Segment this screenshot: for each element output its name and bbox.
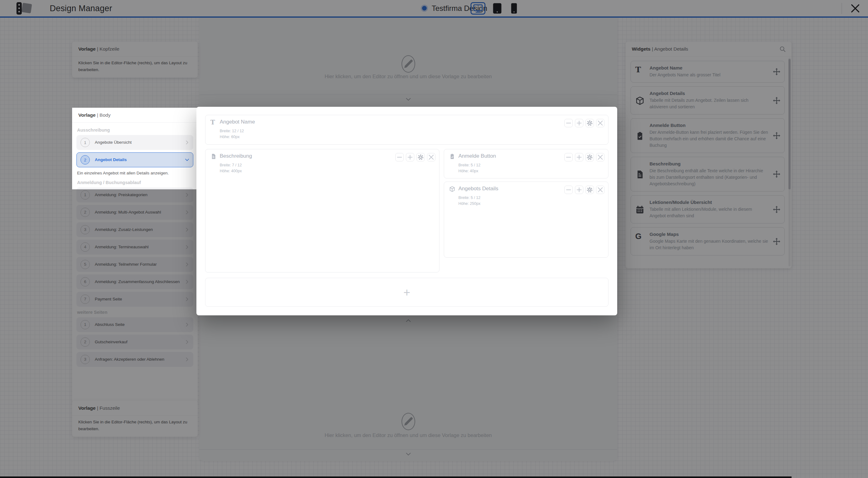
widget-controls bbox=[564, 185, 604, 194]
plus-icon: + bbox=[403, 286, 410, 298]
widget-width-meta: Breite: 5 / 12 bbox=[458, 163, 480, 167]
shrink-button[interactable] bbox=[564, 185, 573, 194]
chevron-down-icon bbox=[184, 157, 190, 163]
settings-button[interactable] bbox=[586, 119, 594, 127]
remove-button[interactable] bbox=[427, 153, 435, 161]
widget-title: Beschreibung bbox=[220, 153, 252, 159]
settings-button[interactable] bbox=[416, 153, 425, 161]
design-manager-app: Hier klicken, um den Editor zu öffnen un… bbox=[0, 0, 868, 478]
sidebar-item-angebot-details[interactable]: 2Angebot Details bbox=[76, 152, 193, 167]
layout-widget-beschreibung[interactable]: BeschreibungBreite: 7 / 12Höhe: 400px bbox=[205, 149, 439, 273]
dim-overlay bbox=[72, 189, 198, 478]
grow-button[interactable] bbox=[575, 119, 583, 127]
widget-height-meta: Höhe: 40px bbox=[458, 169, 478, 173]
widget-height-meta: Höhe: 60px bbox=[220, 135, 240, 139]
widget-height-meta: Höhe: 250px bbox=[458, 201, 480, 206]
widget-width-meta: Breite: 12 / 12 bbox=[220, 129, 244, 133]
panel-title-prefix: Vorlage bbox=[78, 112, 96, 117]
item-label: Angebote Übersicht bbox=[95, 139, 132, 145]
shrink-button[interactable] bbox=[395, 153, 404, 161]
text-icon: T bbox=[210, 119, 217, 126]
remove-button[interactable] bbox=[596, 185, 604, 194]
item-number-badge: 2 bbox=[81, 155, 90, 165]
widget-title: Angebots Details bbox=[458, 185, 498, 192]
grow-button[interactable] bbox=[406, 153, 414, 161]
grow-button[interactable] bbox=[575, 153, 583, 161]
layout-widget-angebot-name[interactable]: TAngebot NameBreite: 12 / 12Höhe: 60px bbox=[205, 115, 609, 145]
widget-title: Angebot Name bbox=[220, 119, 255, 125]
chevron-right-icon bbox=[184, 140, 190, 145]
document-icon bbox=[210, 153, 217, 160]
shrink-button[interactable] bbox=[564, 119, 573, 127]
layout-widget-angebots-details[interactable]: Angebots DetailsBreite: 5 / 12Höhe: 250p… bbox=[444, 181, 609, 258]
widget-title: Anmelde Button bbox=[458, 153, 496, 159]
item-label: Angebot Details bbox=[95, 157, 127, 163]
clipboard-check-icon bbox=[449, 153, 455, 160]
shrink-button[interactable] bbox=[564, 153, 573, 161]
dim-overlay bbox=[0, 0, 868, 108]
dim-overlay bbox=[0, 108, 72, 478]
section-label: Ausschreibung bbox=[77, 128, 193, 133]
sidebar-item-angebote-übersicht[interactable]: 1Angebote Übersicht bbox=[76, 135, 193, 150]
settings-button[interactable] bbox=[586, 185, 594, 194]
remove-button[interactable] bbox=[596, 153, 604, 161]
item-number-badge: 1 bbox=[81, 138, 90, 147]
panel-title: Vorlage | Body bbox=[72, 108, 198, 123]
layout-widget-anmelde-button[interactable]: Anmelde ButtonBreite: 5 / 12Höhe: 40px bbox=[444, 149, 609, 178]
add-row-button[interactable]: + bbox=[205, 278, 609, 307]
layout-editor-modal: TAngebot NameBreite: 12 / 12Höhe: 60px B… bbox=[196, 107, 617, 315]
widget-controls bbox=[395, 153, 435, 161]
widget-width-meta: Breite: 7 / 12 bbox=[220, 163, 242, 167]
grow-button[interactable] bbox=[575, 185, 583, 194]
widget-height-meta: Höhe: 400px bbox=[220, 169, 242, 173]
widget-controls bbox=[564, 119, 604, 127]
widget-width-meta: Breite: 5 / 12 bbox=[458, 196, 480, 200]
settings-button[interactable] bbox=[586, 153, 594, 161]
package-icon bbox=[449, 186, 455, 192]
remove-button[interactable] bbox=[596, 119, 604, 127]
selected-page-description: Ein einzelnes Angebot mit allen Details … bbox=[77, 170, 193, 177]
widget-controls bbox=[564, 153, 604, 161]
panel-title-name: | Body bbox=[97, 112, 111, 117]
section-label: Anmeldung / Buchungsablauf bbox=[77, 180, 193, 185]
